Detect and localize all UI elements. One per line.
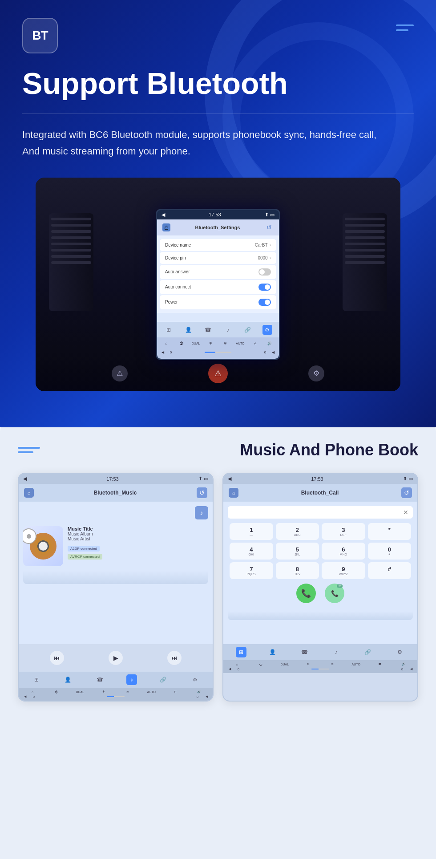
back-arrow[interactable]: ◀ (161, 212, 165, 218)
music-back-arrow[interactable]: ◀ (23, 476, 27, 482)
music-nav-music-active[interactable]: ♪ (126, 674, 137, 685)
nav-link[interactable]: 🔗 (242, 325, 252, 335)
auto-connect-toggle[interactable] (258, 284, 271, 291)
mc-home[interactable]: ⌂ (28, 690, 37, 694)
nav-phone[interactable]: ☎ (203, 325, 213, 335)
cc-end[interactable]: ◀ (407, 667, 416, 671)
dial-star[interactable]: * (368, 523, 412, 540)
nav-grid[interactable]: ⊞ (164, 325, 174, 335)
car-btn-3[interactable]: ⚙ (308, 365, 324, 381)
dial-1[interactable]: 1— (230, 523, 273, 540)
mc-fan[interactable]: ≋ (123, 690, 132, 694)
dial-8[interactable]: 8TUV (276, 562, 319, 579)
ctrl-auto[interactable]: AUTO (236, 341, 244, 347)
music-home-icon[interactable]: ⌂ (24, 488, 34, 498)
cc-auto[interactable]: AUTO (351, 663, 360, 666)
menu-button[interactable] (396, 24, 414, 31)
dial-hash[interactable]: # (368, 562, 412, 579)
mc-power[interactable]: ⏻ (52, 690, 61, 694)
music-back-button[interactable]: ↺ (197, 487, 207, 498)
power-row[interactable]: Power (160, 295, 276, 309)
screen-controls: ⌂ ⏻ DUAL ❄ ≋ AUTO ⇄ 🔊 ◀ 0 (157, 337, 279, 359)
mc-vol[interactable]: 🔊 (194, 690, 203, 694)
mc-dual[interactable]: DUAL (76, 690, 85, 694)
home-icon[interactable]: ⌂ (162, 223, 170, 231)
ctrl-vol[interactable]: 🔊 (266, 341, 274, 347)
music-nav-grid[interactable]: ⊞ (31, 674, 42, 685)
album-art (23, 526, 63, 566)
ctrl-power[interactable]: ⏻ (177, 341, 185, 347)
call-nav-music[interactable]: ♪ (331, 647, 342, 657)
nav-user[interactable]: 👤 (183, 325, 193, 335)
nav-settings-active[interactable]: ⚙ (262, 325, 272, 335)
call-back-arrow[interactable]: ◀ (228, 476, 231, 482)
dial-5[interactable]: 5JKL (276, 543, 319, 560)
call-home-icon[interactable]: ⌂ (229, 488, 238, 498)
mc-snow[interactable]: ❄ (99, 690, 108, 694)
music-nav-settings[interactable]: ⚙ (190, 674, 200, 685)
cc-back[interactable]: ◀ (225, 667, 234, 671)
cc-mode[interactable]: ⇄ (375, 662, 384, 666)
screen-navbar: ⊞ 👤 ☎ ♪ 🔗 ⚙ (157, 322, 279, 337)
cc-home[interactable]: ⌂ (233, 663, 242, 666)
mc-mode[interactable]: ⇄ (171, 690, 180, 694)
auto-connect-row[interactable]: Auto connect (160, 280, 276, 294)
call-nav-grid-active[interactable]: ⊞ (236, 647, 246, 657)
redial-button[interactable]: 📞Re (325, 584, 344, 603)
call-back-button[interactable]: ↺ (401, 487, 412, 498)
ctrl-slider[interactable] (177, 349, 259, 356)
auto-answer-toggle[interactable] (258, 268, 271, 276)
music-nav-user[interactable]: 👤 (63, 674, 73, 685)
ctrl-back[interactable]: ◀ (159, 349, 167, 356)
bottom-menu-icon[interactable] (18, 447, 40, 453)
bottom-title: Music And Phone Book (240, 441, 418, 459)
car-screen-container: ◀ 17:53 ⬆ ▭ ⌂ Bluetooth_Settings ↺ Devic… (22, 178, 414, 391)
device-pin-row[interactable]: Device pin 0000 › (160, 252, 276, 264)
ctrl-fan[interactable]: ≋ (222, 341, 230, 347)
call-nav-phone[interactable]: ☎ (299, 647, 310, 657)
call-button[interactable]: 📞 (296, 584, 316, 603)
call-nav-settings[interactable]: ⚙ (394, 647, 405, 657)
cc-zero2: 0 (398, 668, 407, 671)
search-bar[interactable]: ✕ (228, 506, 413, 519)
dial-2[interactable]: 2ABC (276, 523, 319, 540)
mc-slider[interactable] (38, 696, 193, 697)
cc-snow[interactable]: ❄ (304, 662, 313, 666)
music-nav-link[interactable]: 🔗 (158, 674, 169, 685)
cc-slider[interactable] (243, 669, 398, 669)
ctrl-snow[interactable]: ❄ (206, 341, 214, 347)
car-btn-1[interactable]: ⚠ (112, 365, 128, 381)
mc-auto[interactable]: AUTO (147, 690, 156, 694)
dial-3[interactable]: 3DEF (322, 523, 365, 540)
car-btn-hazard[interactable]: ⚠ (208, 364, 228, 383)
call-nav-link[interactable]: 🔗 (363, 647, 373, 657)
nav-music[interactable]: ♪ (223, 325, 233, 335)
call-nav-user[interactable]: 👤 (267, 647, 278, 657)
mc-back[interactable]: ◀ (20, 695, 29, 698)
cc-dual[interactable]: DUAL (280, 663, 289, 666)
music-nav-phone[interactable]: ☎ (94, 674, 105, 685)
music-info: Music Title Music Album Music Artist A2D… (68, 526, 208, 560)
cc-power[interactable]: ⏻ (256, 663, 265, 666)
search-clear[interactable]: ✕ (403, 509, 408, 516)
ctrl-end[interactable]: ◀ (269, 349, 277, 356)
ctrl-dual[interactable]: DUAL (192, 341, 200, 347)
dial-7[interactable]: 7PQRS (230, 562, 273, 579)
cc-vol[interactable]: 🔊 (399, 662, 408, 666)
call-navbar: ⊞ 👤 ☎ ♪ 🔗 ⚙ (223, 644, 417, 660)
dial-0[interactable]: 0+ (368, 543, 412, 560)
device-name-row[interactable]: Device name CarBT › (160, 239, 276, 251)
dial-4[interactable]: 4GHI (230, 543, 273, 560)
auto-answer-row[interactable]: Auto answer (160, 265, 276, 279)
prev-button[interactable]: ⏮ (50, 651, 64, 665)
next-button[interactable]: ⏭ (167, 651, 182, 665)
ctrl-mode[interactable]: ⇄ (251, 341, 259, 347)
power-toggle[interactable] (258, 299, 271, 306)
screen-back-button[interactable]: ↺ (265, 223, 274, 232)
mc-end[interactable]: ◀ (202, 695, 211, 698)
dial-6[interactable]: 6MNO (322, 543, 365, 560)
cc-fan[interactable]: ≋ (328, 662, 337, 666)
play-button[interactable]: ▶ (109, 651, 123, 665)
dial-9[interactable]: 9WXYZ (322, 562, 365, 579)
ctrl-home[interactable]: ⌂ (162, 341, 170, 347)
